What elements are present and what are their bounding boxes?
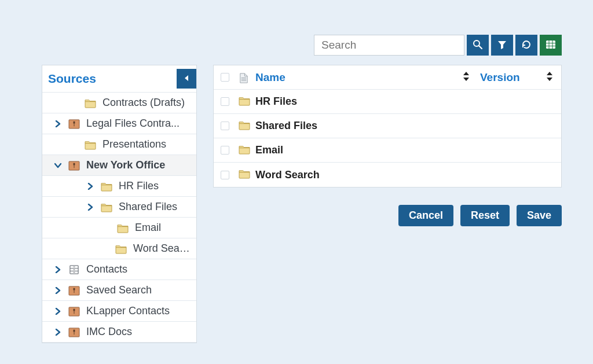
folder-icon [115,244,127,254]
chevron-right-icon[interactable] [54,266,62,274]
refresh-icon [521,39,532,52]
locked-icon [68,285,80,296]
top-toolbar [314,35,562,56]
chevron-right-icon[interactable] [54,286,62,295]
tree-node[interactable]: New York Office [42,155,196,176]
triangle-left-icon [183,74,190,84]
locked-icon [68,327,80,337]
tree-node-label: HR Files [119,180,159,192]
tree-node-label: Saved Search [86,284,152,296]
cabinet-icon [68,264,80,275]
folder-icon [238,95,251,108]
save-button[interactable]: Save [517,205,562,226]
tree-node[interactable]: Email [42,218,196,238]
tree-node-label: Legal Files Contra... [86,117,180,130]
sources-sidebar: Sources Contracts (Drafts)Legal Files Co… [42,65,197,343]
table-header: Name Version [214,65,561,90]
tree-node-label: Word Search [133,242,192,255]
row-name: Shared Files [253,120,480,132]
chevron-right-icon[interactable] [86,182,94,190]
chevron-right-icon[interactable] [54,328,62,336]
table-row[interactable]: HR Files [214,90,561,114]
tree-node-label: Presentations [103,138,166,150]
chevron-right-icon[interactable] [54,307,62,315]
tree-node[interactable]: IMC Docs [42,322,196,343]
folder-icon [116,223,129,233]
sidebar-title: Sources [48,72,96,86]
locked-icon [68,119,80,129]
row-checkbox[interactable] [221,97,229,106]
row-checkbox[interactable] [221,122,229,130]
table-row[interactable]: Shared Files [214,114,561,138]
row-checkbox[interactable] [221,171,229,179]
folder-icon [84,139,97,150]
refresh-button[interactable] [515,35,537,56]
row-name: HR Files [253,95,480,108]
locked-icon [68,160,80,171]
search-input[interactable] [314,35,464,56]
folder-icon [238,144,251,157]
tree-node-label: Contacts [86,263,127,275]
locked-icon [68,306,80,317]
filter-icon [497,39,507,52]
column-header-version[interactable]: Version [480,71,561,84]
tree-node-label: KLapper Contacts [86,305,170,317]
cancel-button[interactable]: Cancel [398,205,453,226]
tree-node[interactable]: Word Search [42,238,196,259]
row-name: Word Search [253,169,480,181]
tree-node[interactable]: Presentations [42,134,196,155]
folder-icon [238,168,251,181]
action-bar: Cancel Reset Save [213,205,562,226]
sort-icon [546,71,553,84]
tree-node-label: IMC Docs [86,326,132,338]
chevron-right-icon[interactable] [86,203,94,211]
items-table: Name Version HR FilesShared FilesEmailWo… [213,65,562,187]
excel-icon [546,39,556,52]
column-name-label: Name [255,71,285,84]
tree-node[interactable]: Shared Files [42,197,196,218]
tree-node[interactable]: Contracts (Drafts) [42,93,196,113]
tree-node[interactable]: Saved Search [42,280,196,301]
export-excel-button[interactable] [540,35,562,56]
table-row[interactable]: Word Search [214,163,561,187]
search-button[interactable] [467,35,489,56]
tree-node[interactable]: KLapper Contacts [42,301,196,322]
folder-icon [100,181,113,192]
file-icon [238,72,251,83]
folder-icon [100,202,113,212]
source-tree: Contracts (Drafts)Legal Files Contra...P… [42,93,196,343]
column-version-label: Version [480,71,520,84]
chevron-down-icon[interactable] [54,161,62,170]
tree-node[interactable]: Legal Files Contra... [42,113,196,134]
folder-icon [238,120,251,133]
tree-node-label: Contracts (Drafts) [103,97,185,109]
folder-icon [84,98,97,108]
tree-node-label: New York Office [86,159,165,171]
tree-node-label: Shared Files [119,201,177,213]
table-row[interactable]: Email [214,138,561,163]
sort-icon [463,71,470,84]
tree-node[interactable]: HR Files [42,176,196,197]
tree-node[interactable]: Contacts [42,259,196,280]
chevron-right-icon[interactable] [54,120,62,128]
reset-button[interactable]: Reset [460,205,510,226]
column-header-name[interactable]: Name [253,71,480,84]
row-checkbox[interactable] [221,146,229,155]
collapse-sidebar-button[interactable] [177,69,196,89]
row-name: Email [253,144,480,156]
filter-button[interactable] [491,35,513,56]
select-all-checkbox[interactable] [221,73,229,82]
tree-node-label: Email [135,222,161,234]
search-icon [473,39,483,52]
main-panel: Name Version HR FilesShared FilesEmailWo… [213,65,562,226]
